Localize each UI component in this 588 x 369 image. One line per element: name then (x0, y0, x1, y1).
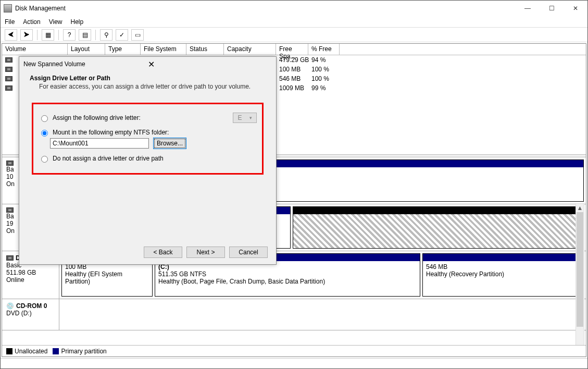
disk-icon (6, 255, 14, 261)
col-volume[interactable]: Volume (2, 44, 68, 55)
legend-primary-label: Primary partition (61, 348, 106, 355)
browse-button[interactable]: Browse... (153, 138, 186, 149)
col-pct[interactable]: % Free (308, 44, 340, 55)
volume-icon (5, 67, 12, 72)
minimize-button[interactable]: — (516, 1, 540, 16)
window-title: Disk Management (15, 5, 516, 12)
volume-list-header: Volume Layout Type File System Status Ca… (2, 44, 586, 55)
titlebar: Disk Management — ☐ ✕ (1, 1, 587, 16)
col-capacity[interactable]: Capacity (224, 44, 276, 55)
col-blank (340, 44, 586, 55)
statusbar (1, 358, 587, 369)
col-free[interactable]: Free Spa... (276, 44, 308, 55)
maximize-button[interactable]: ☐ (540, 1, 564, 16)
forward-icon[interactable]: ⮞ (20, 29, 33, 41)
list-icon[interactable]: ▤ (79, 29, 91, 41)
back-button[interactable]: < Back (144, 247, 182, 258)
menu-action[interactable]: Action (23, 18, 40, 26)
menu-view[interactable]: View (49, 18, 62, 26)
disk-icon (6, 161, 14, 166)
dialog-heading: Assign Drive Letter or Path (30, 75, 266, 82)
toolbar-separator (37, 30, 37, 40)
properties-icon[interactable]: ▭ (131, 29, 144, 41)
dialog-close-button[interactable]: ✕ (148, 59, 272, 69)
dialog-subheading: For easier access, you can assign a driv… (30, 83, 266, 90)
label-no-assign: Do not assign a drive letter or drive pa… (53, 155, 164, 162)
disk-row: 💿CD-ROM 0 DVD (D:) (2, 299, 586, 330)
radio-no-assign[interactable] (41, 156, 48, 163)
volume-icon (5, 85, 12, 91)
menu-help[interactable]: Help (71, 18, 84, 26)
volume-icon (5, 76, 12, 81)
next-button[interactable]: Next > (186, 247, 225, 258)
legend: Unallocated Primary partition (2, 345, 586, 356)
toolbar: ⮜ ⮞ ▦ ? ▤ ⚲ ✓ ▭ (1, 28, 587, 42)
col-status[interactable]: Status (186, 44, 224, 55)
partition-unallocated[interactable] (293, 206, 584, 249)
legend-unallocated-label: Unallocated (15, 348, 47, 355)
toolbar-separator (58, 30, 59, 40)
new-spanned-volume-dialog: New Spanned Volume ✕ Assign Drive Letter… (19, 56, 277, 265)
refresh-icon[interactable]: ⚲ (100, 29, 112, 41)
legend-unallocated-swatch (6, 348, 12, 354)
legend-primary-swatch (53, 348, 59, 354)
help-icon[interactable]: ? (63, 29, 76, 41)
menubar: File Action View Help (1, 16, 587, 28)
volume-icon (5, 57, 12, 63)
drive-letter-select[interactable]: E (233, 113, 257, 123)
scroll-up-icon[interactable]: ▲ (576, 204, 584, 212)
vertical-scrollbar[interactable]: ▲ ▼ (576, 203, 584, 353)
disk-icon (6, 207, 14, 213)
scrollbar-thumb[interactable] (577, 212, 583, 327)
menu-file[interactable]: File (5, 18, 15, 26)
highlight-box: Assign the following drive letter: E Mou… (32, 103, 264, 175)
mount-path-input[interactable] (50, 138, 149, 149)
col-layout[interactable]: Layout (68, 44, 105, 55)
col-type[interactable]: Type (105, 44, 141, 55)
grid-icon[interactable]: ▦ (42, 29, 54, 41)
app-window: Disk Management — ☐ ✕ File Action View H… (0, 0, 588, 369)
radio-mount-folder[interactable] (41, 130, 48, 137)
radio-assign-letter[interactable] (41, 115, 48, 122)
cancel-button[interactable]: Cancel (229, 247, 268, 258)
partition[interactable]: 546 MB Healthy (Recovery Partition) (422, 253, 584, 297)
label-assign-letter: Assign the following drive letter: (53, 114, 141, 121)
label-mount-folder: Mount in the following empty NTFS folder… (53, 129, 169, 136)
check-icon[interactable]: ✓ (116, 29, 128, 41)
dialog-title: New Spanned Volume (23, 60, 148, 68)
close-button[interactable]: ✕ (564, 1, 587, 16)
col-fs[interactable]: File System (141, 44, 186, 55)
cdrom-icon: 💿 (6, 302, 14, 310)
toolbar-separator (95, 30, 96, 40)
app-icon (4, 4, 12, 13)
back-icon[interactable]: ⮜ (5, 29, 17, 41)
